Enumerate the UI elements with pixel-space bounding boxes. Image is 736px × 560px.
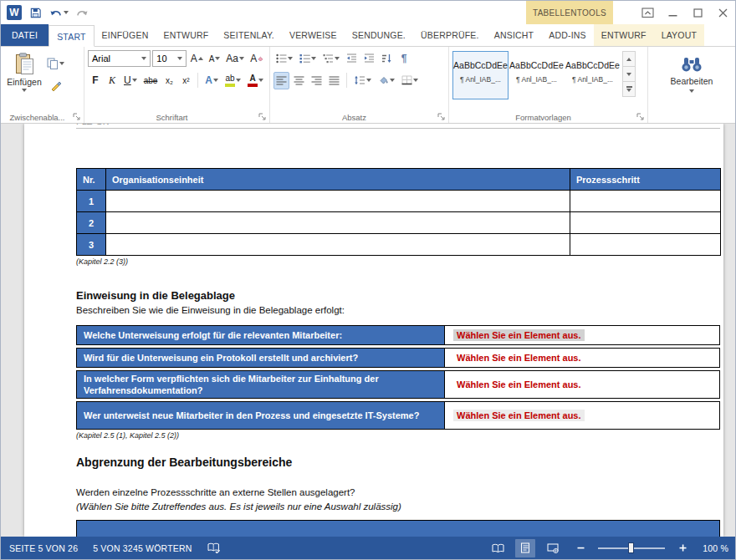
page: FLZ-GK Nr. Organisationseinheit Prozesss… [24, 124, 723, 537]
proofing-status-button[interactable] [207, 542, 221, 553]
tab-start[interactable]: START [49, 25, 94, 47]
bold-icon: F [92, 74, 98, 86]
style-preview: AaBbCcDdEe [565, 60, 620, 70]
shading-button[interactable] [376, 72, 397, 89]
document-area[interactable]: FLZ-GK Nr. Organisationseinheit Prozesss… [1, 124, 735, 537]
styles-scroll-down-button[interactable] [622, 66, 636, 82]
bold-button[interactable]: F [88, 72, 103, 89]
tab-ueberpruefen[interactable]: ÜBERPRÜFE. [413, 24, 487, 46]
zoom-slider[interactable] [598, 547, 665, 549]
underline-button[interactable]: U [121, 72, 140, 89]
answer-dropdown[interactable]: Wählen Sie ein Element aus. [453, 410, 585, 421]
word-count[interactable]: 5 VON 3245 WÖRTERN [93, 543, 192, 553]
multilevel-list-button[interactable] [320, 50, 342, 68]
italic-icon: K [109, 74, 115, 87]
tab-einfuegen[interactable]: EINFÜGEN [95, 24, 156, 46]
show-marks-button[interactable]: ¶ [396, 50, 411, 68]
copy-button[interactable] [44, 54, 67, 72]
close-button[interactable] [710, 1, 735, 24]
superscript-button[interactable]: x² [178, 72, 193, 89]
section-title-abgrenzung: Abgrenzung der Bearbeitungsbereiche [76, 456, 720, 471]
paste-button[interactable]: Einfügen [4, 49, 44, 108]
styles-group-label: Formatvorlagen [449, 113, 637, 122]
italic-button[interactable]: K [105, 72, 120, 89]
print-layout-icon [520, 542, 530, 553]
process-cell-empty[interactable] [570, 191, 721, 212]
save-button[interactable] [29, 4, 42, 21]
maximize-button[interactable] [685, 1, 710, 24]
tab-tabletools-layout[interactable]: LAYOUT [654, 24, 704, 46]
ribbon-display-options-button[interactable] [635, 1, 660, 24]
web-layout-button[interactable] [543, 539, 563, 557]
styles-gallery-more-button[interactable] [622, 81, 636, 97]
clipboard-dialog-launcher[interactable] [73, 113, 81, 121]
numbering-button[interactable] [297, 50, 319, 68]
justify-button[interactable] [326, 72, 342, 89]
redo-button[interactable] [76, 4, 89, 21]
tab-datei[interactable]: DATEI [1, 24, 49, 46]
font-dialog-launcher[interactable] [258, 113, 267, 121]
process-cell-empty[interactable] [570, 212, 721, 234]
org-cell-empty[interactable] [106, 191, 570, 212]
tab-verweise[interactable]: VERWEISE [282, 24, 345, 46]
shrink-arrow-icon [215, 57, 220, 60]
clipboard-small-buttons [44, 49, 67, 110]
shrink-font-button[interactable]: A [207, 50, 222, 68]
format-painter-button[interactable] [44, 77, 67, 94]
styles-dialog-launcher[interactable] [636, 113, 645, 121]
answer-dropdown[interactable]: Wählen Sie ein Element aus. [453, 379, 585, 390]
borders-button[interactable] [399, 72, 421, 89]
editing-label: Bearbeiten [671, 76, 713, 86]
zoom-out-button[interactable] [570, 539, 590, 557]
minimize-button[interactable] [660, 1, 685, 24]
zoom-slider-thumb[interactable] [628, 542, 634, 553]
bullets-button[interactable] [273, 50, 295, 68]
subscript-button[interactable]: x₂ [161, 72, 176, 89]
zoom-in-button[interactable] [672, 539, 693, 557]
org-table-header-nr: Nr. [77, 169, 106, 191]
answer-dropdown[interactable]: Wählen Sie ein Element aus. [453, 352, 585, 364]
decrease-indent-button[interactable] [344, 50, 360, 68]
editing-dropdown-icon [689, 89, 694, 93]
question-cell: Wird für die Unterweisung ein Protokoll … [76, 348, 444, 368]
paragraph-dialog-launcher[interactable] [437, 113, 446, 121]
page-indicator[interactable]: SEITE 5 VON 26 [9, 543, 78, 553]
font-color-button[interactable]: A [245, 72, 266, 89]
tab-tabletools-entwurf[interactable]: ENTWURF [594, 24, 654, 46]
style-item-1[interactable]: AaBbCcDdEe ¶ Anl_IAB_... [452, 51, 509, 99]
grow-font-button[interactable]: A [188, 50, 205, 68]
styles-scroll-up-button[interactable] [622, 51, 636, 67]
font-family-combobox[interactable]: Arial [88, 50, 151, 67]
tab-ansicht[interactable]: ANSICHT [487, 24, 542, 46]
read-mode-button[interactable] [488, 539, 508, 557]
style-item-2[interactable]: AaBbCcDdEe ¶ Anl_IAB_... [509, 51, 565, 99]
change-case-button[interactable]: Aa [224, 50, 246, 68]
tab-seitenlayout[interactable]: SEITENLAY. [216, 24, 282, 46]
multilevel-dropdown-icon [335, 57, 340, 60]
word-logo-icon[interactable]: W [7, 5, 22, 20]
answer-dropdown[interactable]: Wählen Sie ein Element aus. [453, 329, 585, 341]
undo-button[interactable] [49, 4, 69, 21]
zoom-level[interactable]: 100 % [700, 543, 728, 553]
tab-addins[interactable]: ADD-INS [541, 24, 594, 46]
font-size-combobox[interactable]: 10 [152, 50, 187, 67]
clear-formatting-button[interactable]: A [248, 50, 266, 68]
tab-sendungen[interactable]: SENDUNGE. [345, 24, 413, 46]
sort-button[interactable] [379, 50, 395, 68]
editing-button[interactable]: Bearbeiten [666, 49, 718, 110]
print-layout-button[interactable] [515, 539, 535, 557]
org-cell-empty[interactable] [106, 212, 570, 234]
increase-indent-button[interactable] [361, 50, 377, 68]
style-item-3[interactable]: AaBbCcDdEe ¶ Anl_IAB_... [565, 51, 621, 99]
process-cell-empty[interactable] [570, 234, 721, 256]
align-left-button[interactable] [273, 72, 289, 89]
tab-entwurf[interactable]: ENTWURF [156, 24, 216, 46]
minimize-icon [668, 8, 677, 18]
highlight-button[interactable]: ab [222, 72, 243, 89]
line-spacing-button[interactable] [351, 72, 374, 89]
align-right-button[interactable] [309, 72, 325, 89]
strikethrough-button[interactable]: abe [141, 72, 161, 89]
align-center-button[interactable] [291, 72, 307, 89]
org-cell-empty[interactable] [106, 234, 570, 256]
text-effects-button[interactable]: A [202, 72, 221, 89]
